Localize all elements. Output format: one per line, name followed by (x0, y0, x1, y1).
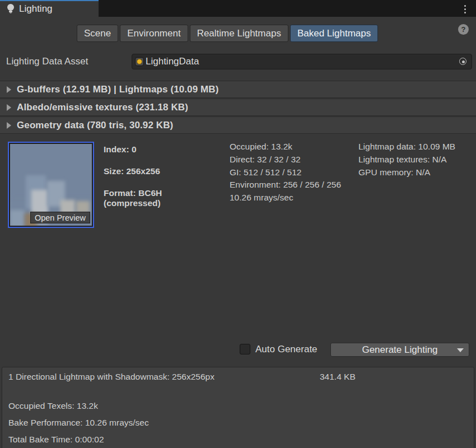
foldout-arrow-icon (7, 104, 11, 111)
stat-gpu-memory: GPU memory: N/A (358, 166, 473, 179)
tab-realtime-lightmaps[interactable]: Realtime Lightmaps (190, 25, 288, 42)
bake-performance-text: Bake Performance: 10.26 mrays/sec (8, 418, 149, 428)
stat-direct: Direct: 32 / 32 / 32 (230, 153, 356, 166)
foldout-albedo-emissive[interactable]: Albedo/emissive textures (231.18 KB) (0, 99, 476, 116)
lightmap-summary-size: 341.4 KB (320, 372, 356, 382)
auto-generate-label: Auto Generate (255, 344, 318, 355)
stat-occupied: Occupied: 13.2k (230, 141, 356, 153)
foldout-arrow-icon (7, 86, 11, 93)
lightbulb-icon (7, 4, 15, 14)
lightmap-format: Format: BC6H (compressed) (104, 188, 221, 208)
tab-baked-lightmaps[interactable]: Baked Lightmaps (290, 25, 378, 42)
auto-generate-checkbox[interactable] (240, 344, 250, 354)
lighting-data-asset-value: LightingData (146, 56, 457, 67)
window-title: Lighting (19, 3, 53, 15)
lighting-data-asset-label: Lighting Data Asset (6, 56, 88, 67)
tab-environment[interactable]: Environment (120, 25, 188, 42)
mode-tab-group: Scene Environment Realtime Lightmaps Bak… (77, 25, 378, 42)
object-picker-icon[interactable] (457, 55, 469, 68)
lighting-data-asset-row: Lighting Data Asset LightingData (0, 49, 476, 74)
tab-scene[interactable]: Scene (77, 25, 118, 42)
window-tab-lighting[interactable]: Lighting (0, 0, 99, 17)
total-bake-time-text: Total Bake Time: 0:00:02 (8, 435, 104, 445)
open-preview-button[interactable]: Open Preview (30, 212, 90, 223)
window-titlebar: Lighting (0, 0, 476, 17)
lightmap-thumbnail[interactable]: Open Preview (8, 142, 94, 228)
bake-summary-panel: 1 Directional Lightmap with Shadowmask: … (2, 367, 474, 448)
foldout-title: Geometry data (780 tris, 30.92 KB) (17, 120, 173, 131)
generate-lighting-button[interactable]: Generate Lighting (330, 343, 469, 357)
lighting-data-asset-field[interactable]: LightingData (132, 54, 472, 69)
stat-environment: Environment: 256 / 256 / 256 (230, 179, 356, 192)
dropdown-arrow-icon[interactable] (457, 348, 464, 352)
foldout-title: G-buffers (12.91 MB) | Lightmaps (10.09 … (17, 84, 218, 95)
lightmap-details-column: Index: 0 Size: 256x256 Format: BC6H (com… (104, 144, 221, 220)
help-icon[interactable]: ? (458, 24, 469, 35)
stat-mrays: 10.26 mrays/sec (230, 192, 356, 204)
stat-lightmap-data: Lightmap data: 10.09 MB (358, 141, 473, 153)
memory-stats-column: Lightmap data: 10.09 MB Lightmap texture… (358, 141, 473, 179)
mode-toolbar: Scene Environment Realtime Lightmaps Bak… (0, 17, 476, 49)
generate-lighting-label: Generate Lighting (362, 344, 437, 356)
lightmap-summary-text: 1 Directional Lightmap with Shadowmask: … (8, 372, 214, 382)
foldout-arrow-icon (7, 122, 11, 129)
bake-stats-column: Occupied: 13.2k Direct: 32 / 32 / 32 GI:… (230, 141, 356, 204)
lighting-window: Lighting Scene Environment Realtime Ligh… (0, 0, 476, 448)
foldout-title: Albedo/emissive textures (231.18 KB) (17, 102, 188, 113)
stat-gi: GI: 512 / 512 / 512 (230, 166, 356, 179)
foldout-geometry-data[interactable]: Geometry data (780 tris, 30.92 KB) (0, 116, 476, 134)
lighting-data-asset-icon (135, 57, 144, 66)
lightmap-index: Index: 0 (104, 144, 221, 155)
stat-lightmap-textures: Lightmap textures: N/A (358, 153, 473, 166)
foldout-gbuffers-lightmaps[interactable]: G-buffers (12.91 MB) | Lightmaps (10.09 … (0, 81, 476, 98)
generate-row: Auto Generate Generate Lighting (0, 342, 476, 360)
kebab-menu-icon[interactable] (460, 3, 469, 15)
occupied-texels-text: Occupied Texels: 13.2k (8, 401, 98, 411)
lightmap-size: Size: 256x256 (104, 166, 221, 176)
lightmap-preview-row: Open Preview Index: 0 Size: 256x256 Form… (0, 139, 476, 234)
foldout-section: G-buffers (12.91 MB) | Lightmaps (10.09 … (0, 81, 476, 134)
